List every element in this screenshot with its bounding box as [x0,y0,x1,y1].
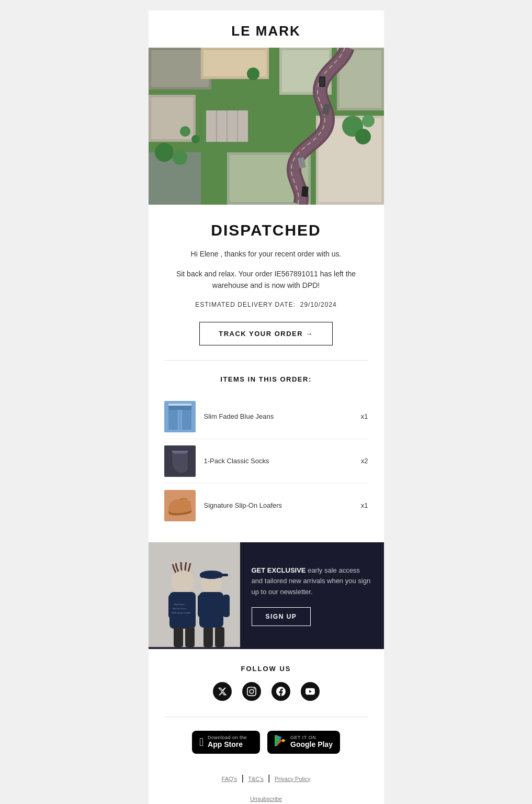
svg-rect-54 [200,573,223,578]
youtube-icon[interactable] [301,682,320,701]
track-order-button[interactable]: TRACK YOUR ORDER → [199,322,333,345]
svg-point-18 [247,68,259,80]
item-qty-jeans: x1 [361,412,368,420]
svg-rect-47 [168,595,176,618]
svg-point-45 [171,568,194,595]
social-icons [159,682,373,701]
svg-point-20 [355,129,371,144]
newsletter-section: Play Tennis. Get lots of sun. Drink plen… [149,542,384,649]
app-buttons:  Download on the App Store GE [159,731,373,754]
unsubscribe-link[interactable]: Unsubscribe [250,796,282,802]
footer-links: FAQ's | T&C's | Privacy Policy [149,764,384,788]
svg-rect-61 [203,627,213,647]
newsletter-content: GET EXCLUSIVE early sale access and tail… [240,542,384,649]
estimated-delivery: ESTIMATED DELIVERY DATE: 29/10/2024 [169,301,363,308]
items-section: ITEMS IN THIS ORDER: Slim Faded Blue Jea… [149,361,384,542]
privacy-link[interactable]: Privacy Policy [275,776,310,782]
dispatched-section: DISPATCHED Hi Elene , thanks for your re… [149,205,384,360]
dispatched-title: DISPATCHED [169,221,363,239]
google-play-sub: GET IT ON [290,735,316,740]
svg-rect-55 [222,574,228,576]
svg-point-17 [173,150,187,165]
google-play-name: Google Play [290,740,333,749]
brand-name: LE MARK [159,23,373,39]
svg-rect-48 [187,595,194,618]
svg-rect-57 [198,595,205,617]
svg-text:Drink plenty of water.: Drink plenty of water. [172,611,191,614]
twitter-x-icon[interactable] [213,682,232,701]
svg-rect-38 [168,404,191,406]
svg-text:Play Tennis.: Play Tennis. [174,603,185,606]
app-store-sub: Download on the [208,735,247,740]
svg-rect-60 [185,627,195,647]
app-section:  Download on the App Store GE [149,717,384,764]
greeting-text: Hi Elene , thanks for your recent order … [169,249,363,260]
svg-rect-59 [174,627,183,647]
svg-point-22 [180,126,190,137]
order-item: Signature Slip-On Loafers x1 [164,484,368,528]
signup-button[interactable]: SIGN UP [252,607,311,626]
app-store-name: App Store [208,740,243,749]
order-info-text: Sit back and relax. Your order IE5678910… [169,268,363,292]
svg-rect-62 [215,627,224,647]
item-name-socks: 1-Pack Classic Socks [204,457,356,465]
svg-point-23 [191,135,200,143]
header: LE MARK [149,10,384,48]
unsubscribe-section: Unsubscribe [149,788,384,804]
google-play-button[interactable]: GET IT ON Google Play [267,731,340,754]
item-image-jeans [164,401,196,432]
svg-rect-25 [320,77,324,86]
terms-link[interactable]: T&C's [248,776,264,782]
google-play-text: GET IT ON Google Play [290,735,333,749]
item-image-loafers [164,490,196,521]
svg-rect-2 [151,50,209,87]
estimated-delivery-date: 29/10/2024 [300,301,337,308]
follow-section: FOLLOW US [149,649,384,717]
estimated-delivery-label: ESTIMATED DELIVERY DATE: [195,301,296,308]
instagram-icon[interactable] [242,682,261,701]
newsletter-bold: GET EXCLUSIVE [252,566,306,574]
svg-point-16 [155,143,174,162]
item-qty-loafers: x1 [361,501,368,509]
app-store-button[interactable]:  Download on the App Store [192,731,260,754]
svg-rect-42 [174,453,186,454]
svg-point-21 [362,115,375,127]
svg-text:Get lots of sun.: Get lots of sun. [173,607,187,610]
newsletter-image: Play Tennis. Get lots of sun. Drink plen… [149,542,240,649]
svg-rect-28 [301,186,309,197]
items-title: ITEMS IN THIS ORDER: [164,375,368,383]
svg-rect-41 [172,451,188,453]
google-play-icon [275,735,286,750]
app-store-text: Download on the App Store [208,735,247,749]
hero-image [149,48,384,205]
item-name-jeans: Slim Faded Blue Jeans [204,412,356,420]
follow-title: FOLLOW US [159,665,373,673]
faq-link[interactable]: FAQ's [222,776,237,782]
item-name-loafers: Signature Slip-On Loafers [204,501,356,509]
order-item: Slim Faded Blue Jeans x1 [164,395,368,439]
email-container: LE MARK [149,10,384,804]
item-qty-socks: x2 [361,457,368,465]
apple-icon:  [199,735,203,749]
order-item: 1-Pack Classic Socks x2 [164,439,368,484]
svg-rect-58 [223,595,230,617]
item-image-socks [164,445,196,477]
newsletter-text: GET EXCLUSIVE early sale access and tail… [252,565,372,598]
facebook-icon[interactable] [271,682,290,701]
